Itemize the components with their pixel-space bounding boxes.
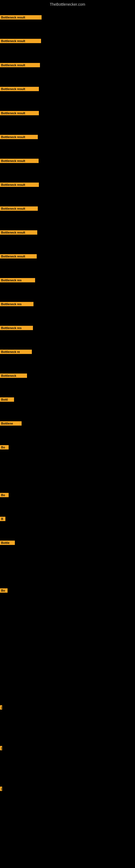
bottleneck-result-label: Bottleneck result <box>0 159 39 163</box>
bar-line <box>0 705 2 706</box>
bar-line <box>0 746 2 746</box>
bottleneck-result-label: Bottleneck result <box>0 207 38 211</box>
bottleneck-result-label: Bottl <box>0 397 14 402</box>
bottleneck-result-label: Bottleneck result <box>0 63 40 67</box>
bottleneck-result-label: | <box>0 705 2 710</box>
bottleneck-result-label: Bo <box>0 493 9 497</box>
bottleneck-result-label: Bo <box>0 445 9 450</box>
bottleneck-result-label: B <box>0 517 5 521</box>
bottleneck-result-label: Bottleneck result <box>0 135 38 139</box>
bottleneck-result-label: | <box>0 746 2 750</box>
bottleneck-result-label: Bottleneck <box>0 373 27 378</box>
bottleneck-result-label: Bottleneck res <box>0 302 34 306</box>
bar-line <box>0 786 2 787</box>
bottleneck-result-label: Bo <box>0 588 8 593</box>
bottleneck-result-label: Bottle <box>0 540 15 545</box>
bottleneck-result-label: Bottlene <box>0 421 21 426</box>
bottleneck-result-label: Bottleneck res <box>0 278 35 282</box>
bottleneck-result-label: Bottleneck result <box>0 254 37 258</box>
bottleneck-result-label: Bottleneck re <box>0 350 32 354</box>
bottleneck-result-label: Bottleneck result <box>0 39 41 43</box>
bottleneck-result-label: | <box>0 786 2 791</box>
bottleneck-result-label: Bottleneck res <box>0 326 33 330</box>
bottleneck-result-label: Bottleneck result <box>0 230 37 235</box>
bottleneck-result-label: Bottleneck result <box>0 15 42 20</box>
bottleneck-result-label: Bottleneck result <box>0 87 39 91</box>
bottleneck-result-label: Bottleneck result <box>0 111 39 115</box>
bottleneck-result-label: Bottleneck result <box>0 183 39 187</box>
